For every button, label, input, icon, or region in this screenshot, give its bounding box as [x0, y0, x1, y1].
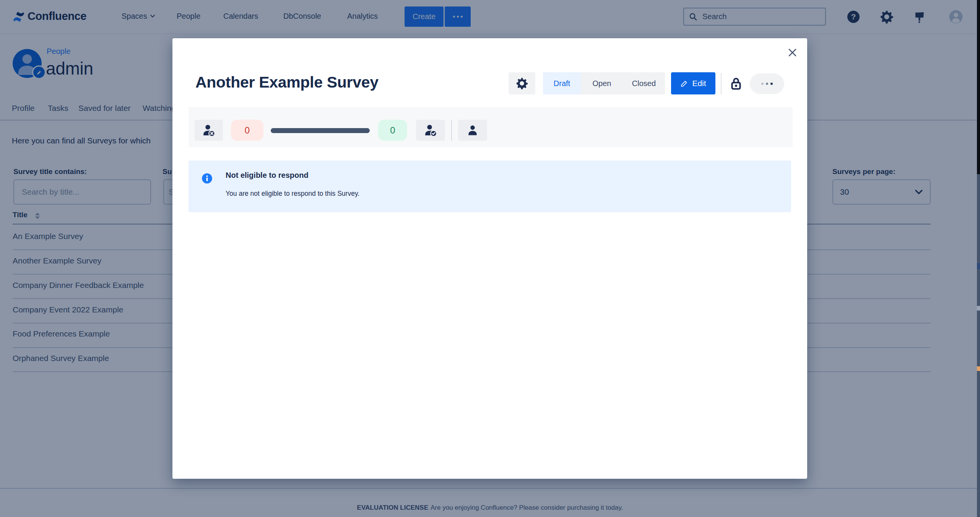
close-icon	[787, 47, 798, 58]
person-icon	[466, 124, 479, 137]
state-draft[interactable]: Draft	[543, 72, 581, 94]
all-users-button[interactable]	[458, 120, 487, 141]
state-closed[interactable]: Closed	[623, 72, 665, 94]
info-title: Not eligible to respond	[226, 171, 309, 180]
info-icon	[202, 173, 213, 184]
progress-bar	[271, 128, 370, 133]
screen-edge-artifact	[977, 0, 980, 517]
response-progress-strip: 0 0	[189, 107, 793, 147]
person-check-icon	[423, 123, 438, 138]
edit-button[interactable]: Edit	[671, 72, 715, 94]
gear-icon	[515, 77, 528, 90]
declined-count-badge: 0	[231, 120, 263, 141]
lock-icon	[729, 76, 743, 91]
pencil-icon	[680, 80, 688, 88]
modal-title: Another Example Survey	[195, 73, 379, 91]
strip-divider	[451, 120, 452, 141]
info-banner: Not eligible to respond You are not elig…	[189, 161, 791, 212]
state-segmented-control: Draft Open Closed	[543, 72, 665, 94]
ellipsis-icon	[761, 83, 764, 85]
more-actions-button[interactable]	[750, 73, 784, 94]
state-open[interactable]: Open	[581, 72, 623, 94]
responded-count-badge: 0	[378, 120, 407, 141]
person-x-icon	[201, 123, 216, 138]
declined-users-button[interactable]	[195, 120, 223, 141]
close-button[interactable]	[786, 46, 799, 59]
responded-users-button[interactable]	[416, 120, 445, 141]
survey-modal: Another Example Survey Draft Open Closed…	[172, 38, 807, 479]
info-body: You are not eligible to respond to this …	[226, 190, 359, 198]
survey-settings-button[interactable]	[509, 72, 535, 94]
header-divider	[721, 73, 722, 94]
permissions-lock-button[interactable]	[728, 75, 744, 92]
